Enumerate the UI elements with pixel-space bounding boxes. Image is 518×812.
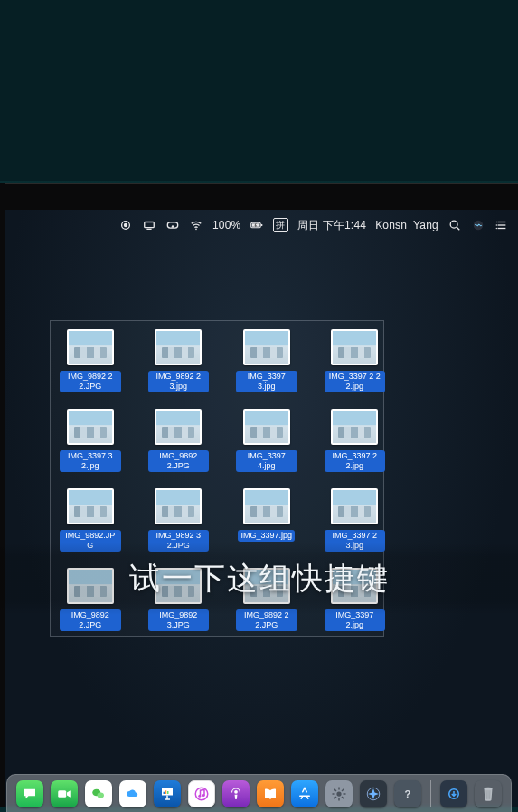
svg-point-9 (450, 221, 457, 228)
file-row: IMG_3397 3 2.jpgIMG_9892 2.JPGIMG_3397 4… (60, 409, 385, 472)
dock-app-wechat[interactable] (85, 780, 112, 807)
desktop-area[interactable]: IMG_9892 2 2.JPGIMG_9892 2 3.jpgIMG_3397… (5, 237, 518, 812)
desktop-file-icon[interactable]: IMG_3397 2 2.jpg (325, 409, 386, 472)
menubar-datetime[interactable]: 周日 下午1:44 (297, 218, 367, 233)
desktop-file-icon[interactable]: IMG_9892 2 3.jpg (148, 329, 210, 392)
desktop-file-icon[interactable]: IMG_3397 2 2 2.jpg (325, 329, 386, 392)
svg-point-29 (202, 794, 205, 797)
dock-app-podcasts[interactable] (222, 780, 250, 807)
svg-rect-24 (164, 791, 165, 793)
dock: ? (6, 774, 512, 812)
svg-rect-18 (58, 790, 66, 798)
wifi-icon[interactable] (189, 218, 203, 232)
file-name-label: IMG_3397 4.jpg (236, 450, 297, 472)
svg-point-5 (195, 229, 197, 231)
file-name-label: IMG_3397 3 2.jpg (60, 450, 121, 472)
desktop-file-icon[interactable]: IMG_3397 3.jpg (236, 329, 297, 392)
dock-app-system-preferences[interactable] (325, 780, 353, 807)
svg-point-1 (124, 223, 127, 227)
svg-rect-8 (261, 224, 262, 226)
svg-point-20 (98, 792, 105, 798)
dock-separator (430, 780, 431, 807)
file-name-label: IMG_9892 2 3.jpg (148, 371, 210, 392)
file-thumbnail (331, 488, 378, 524)
dock-stack-downloads[interactable] (440, 780, 467, 807)
svg-rect-26 (167, 791, 169, 794)
desktop-file-icon[interactable]: IMG_3397 3 2.jpg (60, 409, 121, 472)
file-thumbnail (67, 409, 114, 445)
dock-container: ? (0, 770, 518, 812)
display-mirror-icon[interactable] (142, 218, 156, 232)
desktop-file-icon[interactable]: IMG_3397 4.jpg (236, 409, 297, 472)
file-row: IMG_9892 2 2.JPGIMG_9892 2 3.jpgIMG_3397… (60, 329, 385, 392)
file-thumbnail (331, 329, 378, 365)
screen-record-indicator-icon[interactable] (118, 218, 133, 232)
dock-app-books[interactable] (257, 780, 284, 807)
video-subtitle-band: 试一下这组快捷键 (0, 543, 518, 615)
svg-line-36 (334, 788, 336, 790)
laptop-bezel-top (0, 183, 518, 210)
notification-center-icon[interactable] (494, 218, 509, 232)
file-thumbnail (155, 329, 202, 365)
spotlight-search-icon[interactable] (447, 218, 462, 232)
vr-icon[interactable] (165, 218, 180, 232)
file-thumbnail (155, 409, 202, 445)
svg-point-30 (234, 789, 238, 793)
svg-point-16 (496, 224, 497, 225)
svg-point-17 (496, 228, 497, 229)
subtitle-text: 试一下这组快捷键 (129, 558, 390, 600)
file-thumbnail (155, 488, 202, 524)
file-name-label: IMG_9892 2 2.JPG (60, 371, 121, 392)
svg-line-38 (334, 797, 336, 798)
svg-point-31 (336, 791, 341, 796)
file-name-label: IMG_3397 2 2.jpg (325, 450, 386, 472)
letterbox-top (0, 0, 518, 181)
input-method-indicator[interactable]: 拼 (273, 218, 287, 232)
file-thumbnail (243, 329, 290, 365)
file-name-label: IMG_3397 3.jpg (236, 371, 297, 392)
desktop-file-icon[interactable]: IMG_9892 2.JPG (148, 409, 210, 472)
svg-line-10 (457, 227, 459, 230)
screenshot-stage: 100% 拼 周日 下午1:44 Konsn_Yang IMG_9892 2 2… (0, 0, 518, 812)
siri-icon[interactable] (471, 218, 485, 232)
file-name-label: IMG_9892 2.JPG (148, 450, 210, 472)
dock-trash[interactable] (475, 780, 502, 807)
dock-app-itunes[interactable] (188, 780, 215, 807)
dock-app-facetime[interactable] (51, 780, 78, 807)
file-thumbnail (243, 409, 290, 445)
dock-app-appstore[interactable] (291, 780, 318, 807)
file-name-label: IMG_3397.jpg (238, 530, 295, 542)
svg-rect-4 (167, 222, 177, 228)
svg-point-28 (198, 794, 201, 797)
menubar: 100% 拼 周日 下午1:44 Konsn_Yang (0, 215, 518, 235)
dock-app-help[interactable]: ? (394, 780, 421, 807)
svg-text:?: ? (405, 788, 411, 798)
svg-line-39 (342, 788, 344, 790)
dock-app-messages[interactable] (16, 780, 43, 807)
svg-rect-2 (145, 222, 155, 228)
svg-rect-25 (165, 790, 167, 794)
dock-app-keynote[interactable] (154, 780, 181, 807)
dock-app-icloud-drive[interactable] (119, 780, 146, 807)
file-thumbnail (67, 329, 114, 365)
battery-icon[interactable] (250, 218, 264, 232)
file-thumbnail (243, 488, 290, 524)
battery-percent[interactable]: 100% (212, 219, 241, 231)
svg-line-37 (342, 797, 344, 798)
file-thumbnail (67, 488, 114, 524)
desktop-file-icon[interactable]: IMG_9892 2 2.JPG (60, 329, 121, 392)
file-name-label: IMG_3397 2 2 2.jpg (325, 371, 386, 392)
svg-point-15 (496, 222, 497, 222)
dock-app-browser[interactable] (360, 780, 387, 807)
menubar-username[interactable]: Konsn_Yang (375, 219, 438, 231)
file-thumbnail (331, 409, 378, 445)
